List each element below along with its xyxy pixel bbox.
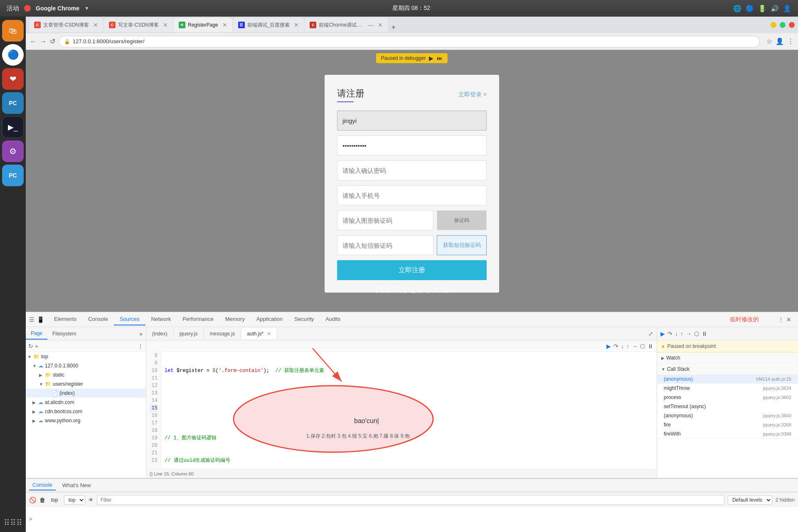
pause-exception-btn-icon[interactable]: ⏸ <box>702 330 707 337</box>
console-tab-console[interactable]: Console <box>29 480 56 490</box>
phone-input[interactable] <box>337 185 487 205</box>
sidebar-icon-chrome[interactable]: 🔵 <box>2 44 24 66</box>
tab-article-management[interactable]: C 文章管理-CSDN博客 ✕ <box>29 18 103 32</box>
step-over-btn-icon[interactable]: ↷ <box>667 330 672 337</box>
pause-on-exception-icon[interactable]: ⏸ <box>648 343 653 350</box>
tree-item-index[interactable]: 📄 (index) <box>26 389 146 398</box>
step-over-icon[interactable]: ↷ <box>613 343 618 350</box>
devtools-device-icon[interactable]: 📱 <box>37 316 44 323</box>
code-content[interactable]: let $register = $('.form-contain'); // 获… <box>161 352 657 469</box>
tab2-close[interactable]: ✕ <box>163 22 168 28</box>
step-into-btn-icon[interactable]: ↓ <box>675 330 678 337</box>
devtools-close-icon[interactable]: ✕ <box>786 316 791 323</box>
devtools-tab-security[interactable]: Security <box>288 313 320 325</box>
tab-baidu-search[interactable]: 百 前端调试_百度搜索 ✕ <box>233 18 304 32</box>
tree-item-localhost[interactable]: ▼ ☁ 127.0.0.1:8000 <box>26 361 146 370</box>
user-profile-icon[interactable]: 👤 <box>776 37 784 45</box>
tab1-close[interactable]: ✕ <box>93 22 98 28</box>
devtools-tab-sources[interactable]: Sources <box>114 313 145 325</box>
minimize-button[interactable] <box>771 22 776 28</box>
tree-item-python[interactable]: ▶ ☁ www.python.org <box>26 416 146 425</box>
back-button[interactable]: ← <box>30 38 37 45</box>
devtools-tab-network[interactable]: Network <box>145 313 177 325</box>
editor-tab-jquery[interactable]: jquery.js <box>174 328 204 339</box>
call-stack-section-header[interactable]: ▼ Call Stack <box>657 364 798 374</box>
deactivate-breakpoints-icon[interactable]: ⬡ <box>640 343 645 350</box>
sms-input[interactable] <box>337 235 433 255</box>
call-stack-item-0[interactable]: (anonymous) VM114 auth.js:15 <box>657 374 798 384</box>
devtools-tab-application[interactable]: Application <box>251 313 289 325</box>
sidebar-icon-app2[interactable]: ⚙ <box>2 140 24 162</box>
console-stop-icon[interactable]: 🚫 <box>29 497 36 503</box>
call-stack-item-6[interactable]: fireWith jquery.js:3398 <box>657 429 798 438</box>
tab4-close[interactable]: ✕ <box>294 22 299 28</box>
devtools-inspect-icon[interactable]: ☰ <box>29 316 34 323</box>
call-stack-item-3[interactable]: setTimeout (async) <box>657 402 798 411</box>
tab5-close2[interactable]: ✕ <box>378 22 383 28</box>
tab-register-page[interactable]: R RegisterPage ✕ <box>174 18 232 32</box>
tree-item-static[interactable]: ▶ 📁 static <box>26 370 146 379</box>
tab-write-article[interactable]: C 写文章-CSDN博客 ✕ <box>104 18 173 32</box>
editor-tab-index[interactable]: (index) <box>146 328 174 339</box>
watch-section-header[interactable]: ▶ Watch <box>657 352 798 363</box>
tab3-close[interactable]: ✕ <box>222 22 227 28</box>
console-levels-select[interactable]: Default levels <box>728 495 772 505</box>
os-app-menu-arrow[interactable]: ▼ <box>84 5 89 11</box>
sidebar-overflow-icon[interactable]: ⋮ <box>138 343 143 350</box>
editor-tab-auth[interactable]: auth.js* ✕ <box>241 328 277 339</box>
console-eye-icon[interactable]: 👁 <box>89 497 94 503</box>
console-tab-whatsnew[interactable]: What's New <box>59 480 94 490</box>
devtools-more-icon[interactable]: ⋮ <box>778 316 784 323</box>
sidebar-icon-pycharm1[interactable]: PC <box>2 92 24 114</box>
sidebar-icon-pycharm2[interactable]: PC <box>2 165 24 186</box>
username-input[interactable] <box>337 111 487 131</box>
reload-button[interactable]: ↺ <box>50 37 55 45</box>
console-clear-icon[interactable]: 🗑 <box>39 497 45 503</box>
call-stack-item-1[interactable]: mightThrow jquery.js:3534 <box>657 384 798 393</box>
resume-button[interactable]: ▶ <box>429 55 433 62</box>
forward-button[interactable]: → <box>40 38 47 45</box>
sidebar-tab-page[interactable]: Page <box>26 328 47 340</box>
step-icon[interactable]: → <box>632 343 638 350</box>
devtools-tab-elements[interactable]: Elements <box>48 313 82 325</box>
sidebar-icon-terminal[interactable]: ▶_ <box>2 116 24 138</box>
step-out-icon[interactable]: ↑ <box>626 343 629 350</box>
captcha-input[interactable] <box>337 210 433 230</box>
devtools-tab-performance[interactable]: Performance <box>177 313 219 325</box>
devtools-tab-console[interactable]: Console <box>82 313 114 325</box>
call-stack-item-5[interactable]: fire jquery.js:3268 <box>657 420 798 429</box>
console-input-area[interactable]: > <box>26 507 798 532</box>
sidebar-sync-icon[interactable]: ↻ <box>28 343 33 350</box>
password-input[interactable] <box>337 135 487 155</box>
sidebar-icon-store[interactable]: 🛍 <box>2 20 24 42</box>
tree-item-alicdn[interactable]: ▶ ☁ at.alicdn.com <box>26 398 146 407</box>
filter-input[interactable] <box>97 495 724 505</box>
submit-button[interactable]: 立即注册 <box>337 260 487 280</box>
call-stack-item-4[interactable]: (anonymous) jquery.js:3640 <box>657 411 798 420</box>
step-into-icon[interactable]: ↓ <box>621 343 624 350</box>
more-menu-icon[interactable]: ⋮ <box>787 37 794 45</box>
devtools-tab-memory[interactable]: Memory <box>219 313 251 325</box>
login-link[interactable]: 立即登录 > <box>458 91 487 99</box>
tree-item-bootcss[interactable]: ▶ ☁ cdn.bootcss.com <box>26 407 146 416</box>
deactivate-btn-icon[interactable]: ⬡ <box>694 330 699 337</box>
devtools-tab-audits[interactable]: Audits <box>320 313 346 325</box>
sidebar-icon-app1[interactable]: ❤ <box>2 68 24 90</box>
tree-item-users-register[interactable]: ▼ 📁 users/register <box>26 379 146 389</box>
editor-tab-message[interactable]: message.js <box>204 328 241 339</box>
address-bar[interactable]: 🔒 127.0.0.1:8000/users/register/ <box>59 36 760 47</box>
tree-item-top[interactable]: ▼ 📁 top <box>26 352 146 361</box>
console-context-select[interactable]: top <box>64 495 85 505</box>
sidebar-app-grid[interactable]: ⠿⠿⠿ <box>4 518 22 528</box>
resume-btn-icon[interactable]: ▶ <box>660 330 665 337</box>
bookmark-star-icon[interactable]: ☆ <box>766 37 772 45</box>
call-stack-item-2[interactable]: process jquery.js:3602 <box>657 393 798 402</box>
close-button[interactable] <box>789 22 795 28</box>
maximize-button[interactable] <box>780 22 786 28</box>
step-over-button[interactable]: ⏭ <box>437 55 443 62</box>
sidebar-tab-more[interactable]: » <box>136 328 146 340</box>
tab-chrome-tips[interactable]: C 前端Chorme调试技巧 — ✕ <box>305 18 388 32</box>
step-out-btn-icon[interactable]: ↑ <box>680 330 683 337</box>
confirm-password-input[interactable] <box>337 160 487 180</box>
sidebar-tab-filesystem[interactable]: Filesystem <box>47 328 81 339</box>
